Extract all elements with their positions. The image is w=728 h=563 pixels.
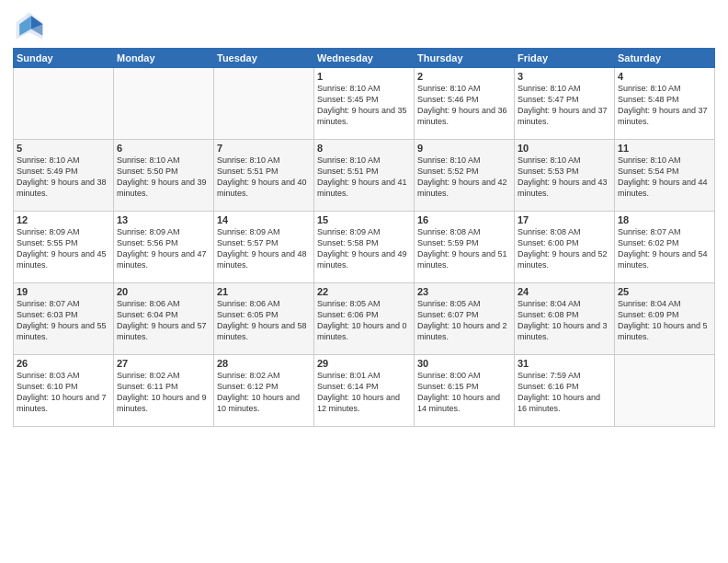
calendar-cell: 11Sunrise: 8:10 AM Sunset: 5:54 PM Dayli… bbox=[615, 140, 715, 212]
weekday-header: Monday bbox=[114, 49, 214, 68]
calendar-week-row: 1Sunrise: 8:10 AM Sunset: 5:45 PM Daylig… bbox=[14, 68, 715, 140]
day-number: 3 bbox=[518, 71, 611, 82]
day-number: 5 bbox=[17, 143, 110, 154]
calendar-cell: 13Sunrise: 8:09 AM Sunset: 5:56 PM Dayli… bbox=[114, 212, 214, 283]
weekday-header: Thursday bbox=[415, 49, 515, 68]
cell-detail-text: Sunrise: 8:08 AM Sunset: 6:00 PM Dayligh… bbox=[518, 226, 611, 271]
weekday-header: Sunday bbox=[14, 49, 114, 68]
logo bbox=[13, 9, 50, 42]
cell-detail-text: Sunrise: 8:06 AM Sunset: 6:05 PM Dayligh… bbox=[217, 298, 311, 343]
cell-detail-text: Sunrise: 8:10 AM Sunset: 5:45 PM Dayligh… bbox=[317, 83, 411, 128]
day-number: 24 bbox=[518, 286, 611, 297]
weekday-header: Tuesday bbox=[214, 49, 314, 68]
calendar-cell: 20Sunrise: 8:06 AM Sunset: 6:04 PM Dayli… bbox=[114, 283, 214, 355]
cell-detail-text: Sunrise: 8:03 AM Sunset: 6:10 PM Dayligh… bbox=[17, 370, 110, 415]
day-number: 25 bbox=[618, 286, 711, 297]
day-number: 28 bbox=[217, 358, 311, 369]
calendar-cell: 5Sunrise: 8:10 AM Sunset: 5:49 PM Daylig… bbox=[14, 140, 114, 212]
calendar-cell bbox=[14, 68, 114, 140]
day-number: 9 bbox=[417, 143, 511, 154]
cell-detail-text: Sunrise: 8:09 AM Sunset: 5:55 PM Dayligh… bbox=[17, 226, 110, 271]
calendar-cell bbox=[214, 68, 314, 140]
header bbox=[13, 9, 715, 42]
calendar-cell: 8Sunrise: 8:10 AM Sunset: 5:51 PM Daylig… bbox=[314, 140, 415, 212]
calendar-cell: 23Sunrise: 8:05 AM Sunset: 6:07 PM Dayli… bbox=[415, 283, 515, 355]
day-number: 31 bbox=[518, 358, 611, 369]
calendar-cell: 9Sunrise: 8:10 AM Sunset: 5:52 PM Daylig… bbox=[415, 140, 515, 212]
cell-detail-text: Sunrise: 8:01 AM Sunset: 6:14 PM Dayligh… bbox=[317, 370, 411, 415]
calendar-table: SundayMondayTuesdayWednesdayThursdayFrid… bbox=[13, 48, 715, 427]
calendar-cell: 31Sunrise: 7:59 AM Sunset: 6:16 PM Dayli… bbox=[515, 355, 615, 427]
day-number: 1 bbox=[317, 71, 411, 82]
calendar-cell: 17Sunrise: 8:08 AM Sunset: 6:00 PM Dayli… bbox=[515, 212, 615, 283]
day-number: 18 bbox=[618, 214, 711, 225]
day-number: 15 bbox=[317, 214, 411, 225]
cell-detail-text: Sunrise: 8:10 AM Sunset: 5:51 PM Dayligh… bbox=[317, 155, 411, 200]
cell-detail-text: Sunrise: 8:09 AM Sunset: 5:56 PM Dayligh… bbox=[117, 226, 210, 271]
calendar-cell: 29Sunrise: 8:01 AM Sunset: 6:14 PM Dayli… bbox=[314, 355, 415, 427]
calendar-week-row: 26Sunrise: 8:03 AM Sunset: 6:10 PM Dayli… bbox=[14, 355, 715, 427]
day-number: 11 bbox=[618, 143, 711, 154]
cell-detail-text: Sunrise: 8:10 AM Sunset: 5:47 PM Dayligh… bbox=[518, 83, 611, 128]
weekday-header: Saturday bbox=[615, 49, 715, 68]
cell-detail-text: Sunrise: 8:10 AM Sunset: 5:53 PM Dayligh… bbox=[518, 155, 611, 200]
day-number: 21 bbox=[217, 286, 311, 297]
calendar-page: SundayMondayTuesdayWednesdayThursdayFrid… bbox=[0, 0, 728, 563]
calendar-week-row: 19Sunrise: 8:07 AM Sunset: 6:03 PM Dayli… bbox=[14, 283, 715, 355]
day-number: 10 bbox=[518, 143, 611, 154]
calendar-cell: 1Sunrise: 8:10 AM Sunset: 5:45 PM Daylig… bbox=[314, 68, 415, 140]
calendar-cell: 14Sunrise: 8:09 AM Sunset: 5:57 PM Dayli… bbox=[214, 212, 314, 283]
cell-detail-text: Sunrise: 8:05 AM Sunset: 6:06 PM Dayligh… bbox=[317, 298, 411, 343]
cell-detail-text: Sunrise: 8:09 AM Sunset: 5:58 PM Dayligh… bbox=[317, 226, 411, 271]
cell-detail-text: Sunrise: 8:00 AM Sunset: 6:15 PM Dayligh… bbox=[417, 370, 511, 415]
calendar-cell: 16Sunrise: 8:08 AM Sunset: 5:59 PM Dayli… bbox=[415, 212, 515, 283]
calendar-cell: 4Sunrise: 8:10 AM Sunset: 5:48 PM Daylig… bbox=[615, 68, 715, 140]
calendar-cell: 22Sunrise: 8:05 AM Sunset: 6:06 PM Dayli… bbox=[314, 283, 415, 355]
day-number: 2 bbox=[417, 71, 511, 82]
calendar-cell: 7Sunrise: 8:10 AM Sunset: 5:51 PM Daylig… bbox=[214, 140, 314, 212]
cell-detail-text: Sunrise: 8:10 AM Sunset: 5:48 PM Dayligh… bbox=[618, 83, 711, 128]
calendar-cell: 6Sunrise: 8:10 AM Sunset: 5:50 PM Daylig… bbox=[114, 140, 214, 212]
cell-detail-text: Sunrise: 8:09 AM Sunset: 5:57 PM Dayligh… bbox=[217, 226, 311, 271]
cell-detail-text: Sunrise: 8:10 AM Sunset: 5:52 PM Dayligh… bbox=[417, 155, 511, 200]
calendar-cell: 28Sunrise: 8:02 AM Sunset: 6:12 PM Dayli… bbox=[214, 355, 314, 427]
calendar-cell: 25Sunrise: 8:04 AM Sunset: 6:09 PM Dayli… bbox=[615, 283, 715, 355]
day-number: 13 bbox=[117, 214, 210, 225]
cell-detail-text: Sunrise: 7:59 AM Sunset: 6:16 PM Dayligh… bbox=[518, 370, 611, 415]
day-number: 27 bbox=[117, 358, 210, 369]
calendar-cell: 18Sunrise: 8:07 AM Sunset: 6:02 PM Dayli… bbox=[615, 212, 715, 283]
calendar-cell: 10Sunrise: 8:10 AM Sunset: 5:53 PM Dayli… bbox=[515, 140, 615, 212]
cell-detail-text: Sunrise: 8:10 AM Sunset: 5:49 PM Dayligh… bbox=[17, 155, 110, 200]
calendar-cell: 2Sunrise: 8:10 AM Sunset: 5:46 PM Daylig… bbox=[415, 68, 515, 140]
day-number: 20 bbox=[117, 286, 210, 297]
calendar-cell: 15Sunrise: 8:09 AM Sunset: 5:58 PM Dayli… bbox=[314, 212, 415, 283]
cell-detail-text: Sunrise: 8:04 AM Sunset: 6:08 PM Dayligh… bbox=[518, 298, 611, 343]
cell-detail-text: Sunrise: 8:08 AM Sunset: 5:59 PM Dayligh… bbox=[417, 226, 511, 271]
day-number: 30 bbox=[417, 358, 511, 369]
calendar-week-row: 5Sunrise: 8:10 AM Sunset: 5:49 PM Daylig… bbox=[14, 140, 715, 212]
cell-detail-text: Sunrise: 8:06 AM Sunset: 6:04 PM Dayligh… bbox=[117, 298, 210, 343]
calendar-cell: 24Sunrise: 8:04 AM Sunset: 6:08 PM Dayli… bbox=[515, 283, 615, 355]
cell-detail-text: Sunrise: 8:10 AM Sunset: 5:51 PM Dayligh… bbox=[217, 155, 311, 200]
day-number: 6 bbox=[117, 143, 210, 154]
calendar-cell: 3Sunrise: 8:10 AM Sunset: 5:47 PM Daylig… bbox=[515, 68, 615, 140]
calendar-cell: 27Sunrise: 8:02 AM Sunset: 6:11 PM Dayli… bbox=[114, 355, 214, 427]
cell-detail-text: Sunrise: 8:07 AM Sunset: 6:03 PM Dayligh… bbox=[17, 298, 110, 343]
cell-detail-text: Sunrise: 8:04 AM Sunset: 6:09 PM Dayligh… bbox=[618, 298, 711, 343]
calendar-cell: 30Sunrise: 8:00 AM Sunset: 6:15 PM Dayli… bbox=[415, 355, 515, 427]
calendar-week-row: 12Sunrise: 8:09 AM Sunset: 5:55 PM Dayli… bbox=[14, 212, 715, 283]
logo-icon bbox=[13, 9, 46, 42]
day-number: 22 bbox=[317, 286, 411, 297]
day-number: 29 bbox=[317, 358, 411, 369]
cell-detail-text: Sunrise: 8:02 AM Sunset: 6:12 PM Dayligh… bbox=[217, 370, 311, 415]
day-number: 4 bbox=[618, 71, 711, 82]
calendar-header: SundayMondayTuesdayWednesdayThursdayFrid… bbox=[14, 49, 715, 68]
cell-detail-text: Sunrise: 8:10 AM Sunset: 5:50 PM Dayligh… bbox=[117, 155, 210, 200]
day-number: 26 bbox=[17, 358, 110, 369]
cell-detail-text: Sunrise: 8:02 AM Sunset: 6:11 PM Dayligh… bbox=[117, 370, 210, 415]
cell-detail-text: Sunrise: 8:05 AM Sunset: 6:07 PM Dayligh… bbox=[417, 298, 511, 343]
day-number: 17 bbox=[518, 214, 611, 225]
calendar-cell: 21Sunrise: 8:06 AM Sunset: 6:05 PM Dayli… bbox=[214, 283, 314, 355]
cell-detail-text: Sunrise: 8:07 AM Sunset: 6:02 PM Dayligh… bbox=[618, 226, 711, 271]
weekday-header: Friday bbox=[515, 49, 615, 68]
